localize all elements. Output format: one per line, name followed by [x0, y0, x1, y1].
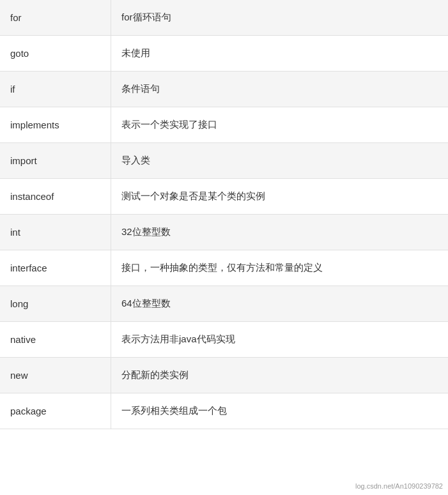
- table-row: instanceof测试一个对象是否是某个类的实例: [0, 179, 448, 215]
- keyword-cell: implements: [0, 107, 111, 142]
- description-cell: 32位整型数: [111, 215, 448, 250]
- keyword-table: forfor循环语句goto未使用if条件语句implements表示一个类实现…: [0, 0, 448, 429]
- table-row: interface接口，一种抽象的类型，仅有方法和常量的定义: [0, 250, 448, 286]
- description-cell: 表示一个类实现了接口: [111, 107, 448, 142]
- description-cell: 表示方法用非java代码实现: [111, 322, 448, 357]
- description-cell: 条件语句: [111, 72, 448, 107]
- keyword-cell: package: [0, 393, 111, 429]
- keyword-cell: if: [0, 72, 111, 107]
- table-row: long64位整型数: [0, 286, 448, 322]
- keyword-cell: long: [0, 286, 111, 321]
- table-row: native表示方法用非java代码实现: [0, 322, 448, 358]
- description-cell: 测试一个对象是否是某个类的实例: [111, 179, 448, 214]
- table-row: package一系列相关类组成一个包: [0, 393, 448, 429]
- keyword-cell: instanceof: [0, 179, 111, 214]
- keyword-cell: int: [0, 215, 111, 250]
- keyword-cell: new: [0, 358, 111, 393]
- table-row: if条件语句: [0, 72, 448, 107]
- description-cell: 导入类: [111, 143, 448, 178]
- description-cell: 64位整型数: [111, 286, 448, 321]
- keyword-cell: goto: [0, 36, 111, 71]
- table-row: import导入类: [0, 143, 448, 179]
- keyword-cell: import: [0, 143, 111, 178]
- description-cell: for循环语句: [111, 0, 448, 35]
- table-row: implements表示一个类实现了接口: [0, 107, 448, 143]
- keyword-cell: native: [0, 322, 111, 357]
- description-cell: 分配新的类实例: [111, 358, 448, 393]
- table-row: forfor循环语句: [0, 0, 448, 36]
- keyword-cell: interface: [0, 250, 111, 286]
- table-row: new分配新的类实例: [0, 358, 448, 393]
- table-row: goto未使用: [0, 36, 448, 72]
- description-cell: 未使用: [111, 36, 448, 71]
- description-cell: 一系列相关类组成一个包: [111, 393, 448, 429]
- table-row: int32位整型数: [0, 215, 448, 250]
- description-cell: 接口，一种抽象的类型，仅有方法和常量的定义: [111, 250, 448, 286]
- keyword-cell: for: [0, 0, 111, 35]
